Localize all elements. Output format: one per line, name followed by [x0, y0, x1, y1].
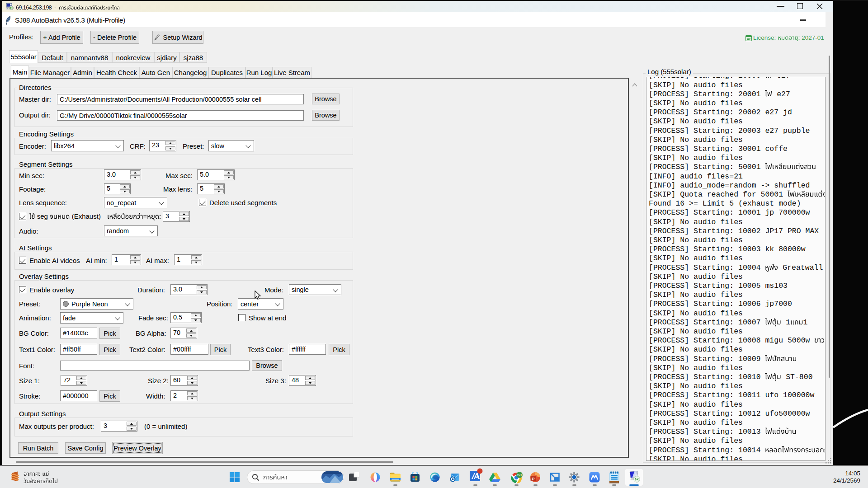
svg-text:P: P: [532, 476, 535, 481]
svg-text:SJ: SJ: [517, 473, 522, 477]
